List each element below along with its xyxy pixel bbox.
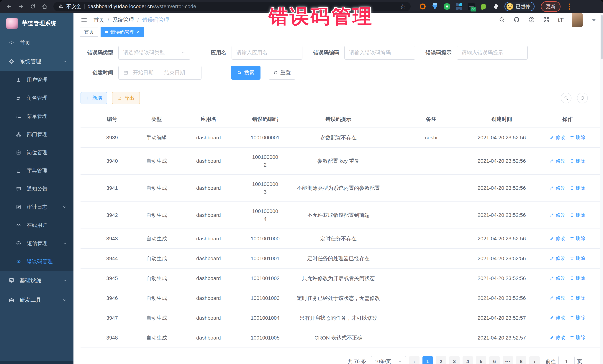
extension-key-icon[interactable] — [480, 3, 487, 10]
date-range-picker[interactable]: 开始日期 - 结束日期 — [118, 66, 201, 80]
sidebar-collapse-bar[interactable] — [0, 361, 73, 364]
edit-link[interactable]: 修改 — [550, 133, 565, 141]
sidebar-item[interactable]: 角色管理 — [0, 89, 73, 107]
sidebar-item[interactable]: 部门管理 — [0, 125, 73, 143]
scrollbar[interactable] — [600, 13, 603, 364]
sidebar-item[interactable]: 错误码管理 — [0, 253, 73, 271]
delete-link[interactable]: 删除 — [570, 157, 585, 165]
browser-menu-icon[interactable] — [569, 3, 570, 10]
help-icon[interactable] — [528, 16, 535, 24]
page-button[interactable]: 2 — [436, 356, 446, 364]
github-icon[interactable] — [513, 16, 520, 24]
sidebar-item[interactable]: 字典管理 — [0, 162, 73, 180]
search-button[interactable]: 搜索 — [231, 66, 260, 80]
next-page-button[interactable]: › — [529, 356, 540, 364]
delete-link[interactable]: 删除 — [570, 211, 585, 219]
page-button[interactable]: 3 — [449, 356, 460, 364]
hamburger-icon[interactable] — [81, 16, 88, 23]
avatar-caret-icon[interactable] — [592, 19, 596, 21]
sidebar-item[interactable]: 基础设施 — [0, 271, 73, 290]
app-name-input[interactable]: 请输入应用名 — [232, 46, 302, 60]
goto-page-input[interactable]: 1 — [558, 356, 575, 364]
error-hint-input[interactable]: 请输入错误码提示 — [457, 46, 528, 60]
sidebar-item-label: 在线用户 — [27, 222, 47, 229]
sidebar-item[interactable]: 审计日志 — [0, 198, 73, 216]
breadcrumb-item[interactable]: 错误码管理 — [142, 16, 169, 24]
sidebar-item[interactable]: 用户管理 — [0, 71, 73, 89]
toggle-search-icon[interactable] — [561, 93, 571, 103]
refresh-icon[interactable] — [577, 93, 588, 103]
delete-link[interactable]: 删除 — [570, 274, 585, 282]
edit-link[interactable]: 修改 — [550, 184, 565, 192]
sidebar-item[interactable]: 系统管理 — [0, 52, 73, 71]
delete-link[interactable]: 删除 — [570, 294, 585, 302]
reset-button[interactable]: 重置 — [269, 66, 295, 80]
add-button[interactable]: 新增 — [81, 92, 107, 104]
delete-link[interactable]: 删除 — [570, 234, 585, 242]
tab-close-icon[interactable]: × — [137, 30, 140, 34]
security-label[interactable]: 不安全 — [66, 3, 81, 10]
cell-time: 2021-04-20 23:52:56 — [468, 128, 535, 147]
chevron-down-icon — [181, 50, 186, 55]
sidebar-item[interactable]: 首页 — [0, 34, 73, 52]
delete-link[interactable]: 删除 — [570, 184, 585, 192]
page-button[interactable]: 4 — [463, 356, 473, 364]
delete-link[interactable]: 删除 — [570, 334, 585, 342]
back-icon[interactable] — [4, 1, 14, 11]
update-button[interactable]: 更新 — [541, 1, 560, 12]
edit-link[interactable]: 修改 — [550, 157, 565, 165]
bookmark-star-icon[interactable]: ☆ — [400, 3, 406, 10]
edit-link[interactable]: 修改 — [550, 334, 565, 342]
forward-icon[interactable] — [16, 1, 26, 11]
home-nav-icon[interactable] — [40, 1, 50, 11]
export-button[interactable]: 导出 — [112, 92, 140, 104]
edit-link[interactable]: 修改 — [550, 234, 565, 242]
page-url[interactable]: dashboard.yudao.iocoder.cn/system/error-… — [88, 3, 196, 10]
reload-icon[interactable] — [28, 1, 38, 11]
sidebar-item[interactable]: 菜单管理 — [0, 107, 73, 125]
delete-link[interactable]: 删除 — [570, 133, 585, 141]
app-logo[interactable]: 芋道管理系统 — [0, 13, 73, 34]
user-avatar[interactable] — [572, 13, 583, 27]
cell-remark — [394, 229, 468, 249]
sidebar-item[interactable]: 研发工具 — [0, 290, 73, 310]
extensions-puzzle-icon[interactable] — [492, 3, 499, 10]
profile-paused-pill[interactable]: 已暂停 — [504, 2, 534, 11]
error-code-input[interactable]: 请输入错误码编码 — [344, 46, 415, 60]
tab-error-code[interactable]: 错误码管理 × — [101, 27, 144, 37]
breadcrumb-item[interactable]: 系统管理 — [112, 16, 134, 24]
page-button[interactable]: 1 — [422, 356, 433, 364]
extension-ring-icon[interactable] — [419, 3, 426, 10]
edit-link[interactable]: 修改 — [550, 211, 565, 219]
page-button[interactable]: 5 — [476, 356, 486, 364]
fullscreen-icon[interactable] — [543, 16, 550, 24]
edit-link[interactable]: 修改 — [550, 274, 565, 282]
breadcrumb-item[interactable]: 首页 — [93, 16, 104, 24]
message-check-icon — [15, 241, 22, 246]
delete-link[interactable]: 删除 — [570, 254, 585, 262]
edit-link[interactable]: 修改 — [550, 254, 565, 262]
tab-home[interactable]: 首页 — [80, 27, 98, 37]
edit-link[interactable]: 修改 — [550, 314, 565, 321]
page-button[interactable]: 8 — [516, 356, 526, 364]
extension-gem-icon[interactable] — [431, 3, 439, 10]
page-more-button[interactable]: ••• — [503, 356, 513, 364]
delete-link[interactable]: 删除 — [570, 314, 585, 321]
extension-grid-icon[interactable] — [455, 3, 463, 10]
sidebar-item[interactable]: 短信管理 — [0, 234, 73, 253]
cell-actions: 修改删除 — [535, 249, 600, 268]
page-button[interactable]: 6 — [489, 356, 500, 364]
extension-list-icon[interactable]: on — [468, 3, 475, 10]
edit-link[interactable]: 修改 — [550, 294, 565, 302]
page-size-select[interactable]: 10条/页 — [371, 356, 406, 364]
prev-page-button[interactable]: ‹ — [409, 356, 419, 364]
font-size-icon[interactable]: tT — [558, 16, 564, 23]
sidebar-item[interactable]: 岗位管理 — [0, 143, 73, 162]
sidebar-item[interactable]: 在线用户 — [0, 216, 73, 234]
sidebar-item[interactable]: 通知公告 — [0, 180, 73, 198]
search-icon[interactable] — [499, 16, 505, 24]
extension-v-icon[interactable]: V — [444, 3, 450, 10]
scrollbar-thumb[interactable] — [601, 15, 603, 59]
org-tree-icon — [15, 132, 22, 137]
error-type-select[interactable]: 请选择错误码类型 — [118, 46, 190, 60]
